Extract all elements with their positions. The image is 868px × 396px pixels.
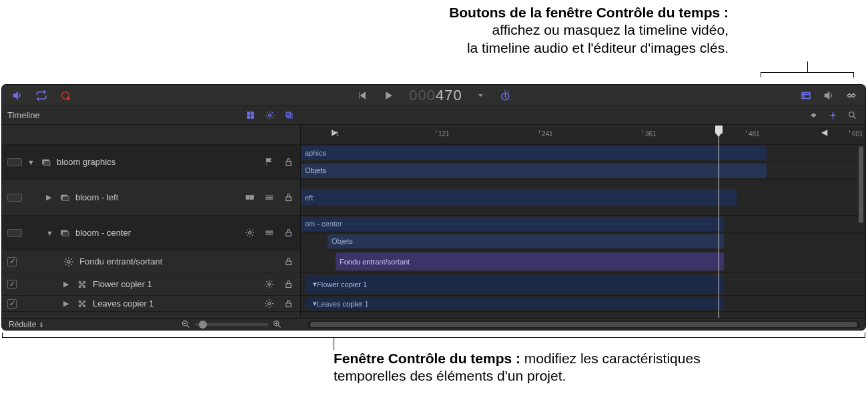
zoom-slider-track[interactable] [195, 323, 268, 326]
behaviors-icon[interactable] [265, 110, 275, 120]
playhead-handle[interactable] [715, 126, 723, 134]
go-to-start-icon[interactable] [356, 89, 368, 102]
gear-icon[interactable] [264, 299, 274, 309]
clip[interactable]: ▾ Leaves copier 1 [306, 298, 724, 309]
show-audio-timeline-icon[interactable] [823, 89, 835, 102]
layer-row-leaves-copier[interactable]: ✓ ▶ Leaves copier 1 [2, 296, 300, 312]
frame-counter[interactable]: 000470 [409, 87, 462, 104]
disclosure-triangle-closed[interactable]: ▶ [46, 193, 54, 202]
gear-icon[interactable] [245, 228, 255, 238]
layer-row-flower-copier[interactable]: ✓ ▶ Flower copier 1 [2, 273, 300, 296]
row-size-popup[interactable]: Réduite ▲▼ [9, 320, 43, 329]
disclosure-triangle-open[interactable]: ▼ [46, 229, 54, 237]
enable-checkbox[interactable]: ✓ [7, 257, 17, 266]
enable-toggle[interactable] [7, 194, 22, 202]
lock-icon[interactable] [284, 256, 294, 266]
clip[interactable]: om - center [301, 217, 724, 231]
loop-icon[interactable] [35, 89, 47, 102]
timeline-title: Timeline [7, 110, 40, 120]
zoom-in-icon[interactable] [272, 319, 282, 329]
enable-checkbox[interactable]: ✓ [7, 280, 17, 289]
track-lane[interactable]: ▾ Leaves copier 1 [301, 296, 865, 312]
track-lane[interactable]: om - center Objets [301, 216, 865, 250]
lock-icon[interactable] [284, 279, 294, 289]
stack-icon[interactable] [264, 192, 274, 202]
clip[interactable]: Objets [301, 164, 767, 178]
stepper-icon: ▲▼ [39, 321, 43, 328]
show-keyframe-editor-icon[interactable] [845, 89, 857, 102]
svg-point-37 [268, 303, 271, 305]
svg-point-11 [832, 114, 834, 116]
record-icon[interactable] [59, 89, 71, 102]
layers-panel-icon[interactable] [284, 110, 294, 120]
annotation-bottom-leader [334, 338, 334, 350]
gear-icon [63, 257, 74, 266]
time-ruler[interactable]: ▶ ◀ 1121241361481601 [301, 125, 865, 145]
svg-rect-4 [248, 112, 250, 115]
annotation-top: Boutons de la fenêtre Contrôle du temps … [128, 4, 729, 57]
clip[interactable]: aphics [301, 146, 767, 160]
clip-label: Objets [305, 166, 326, 174]
clip[interactable]: ▾ Flower copier 1 [306, 275, 724, 293]
svg-rect-17 [63, 196, 69, 201]
layer-row-bloom-graphics[interactable]: ▼ bloom graphics [2, 145, 300, 180]
stack-icon[interactable] [264, 228, 274, 238]
svg-point-8 [269, 114, 272, 117]
scrollbar-thumb[interactable] [859, 146, 863, 223]
counter-menu-icon[interactable] [477, 89, 485, 102]
group-icon [59, 228, 70, 238]
track-lane[interactable]: ▾ Flower copier 1 [301, 273, 865, 296]
layer-row-fade-in-out[interactable]: ✓ Fondu entrant/sortant [2, 250, 300, 273]
clip-label: Flower copier 1 [317, 280, 367, 288]
snapping-icon[interactable] [828, 110, 838, 120]
layer-row-bloom-left[interactable]: ▶ bloom - left [2, 180, 300, 216]
disclosure-triangle-closed[interactable]: ▶ [63, 299, 71, 308]
lock-icon[interactable] [284, 192, 294, 202]
stopwatch-icon[interactable] [500, 89, 512, 102]
enable-checkbox[interactable]: ✓ [7, 299, 17, 309]
zoom-fit-icon[interactable] [847, 110, 857, 120]
clip[interactable]: Fondu entrant/sortant [336, 252, 724, 270]
clip-label: Objets [332, 237, 353, 245]
clip-label: aphics [305, 149, 326, 157]
layer-row-bloom-center[interactable]: ▼ bloom - center [2, 216, 300, 250]
out-point-marker[interactable]: ◀ [821, 128, 827, 137]
enable-toggle[interactable] [7, 158, 22, 166]
play-icon[interactable] [382, 89, 394, 102]
scrollbar-thumb[interactable] [310, 322, 857, 327]
gear-icon[interactable] [264, 279, 274, 289]
filters-icon[interactable] [246, 110, 256, 120]
pass-through-icon[interactable] [245, 192, 255, 202]
horizontal-scrollbar[interactable] [308, 321, 860, 329]
lock-icon[interactable] [284, 299, 294, 309]
clip[interactable]: eft [301, 189, 737, 206]
timeline-header: Timeline [2, 106, 865, 125]
playhead[interactable] [719, 126, 719, 318]
disclosure-triangle-closed[interactable]: ▶ [63, 280, 71, 288]
lock-icon[interactable] [284, 157, 294, 167]
layer-label: Fondu entrant/sortant [79, 256, 162, 266]
keyframe-nav-icon[interactable] [809, 110, 819, 120]
layer-label: bloom graphics [57, 157, 115, 167]
mute-icon[interactable] [11, 89, 23, 102]
replicator-icon [77, 299, 87, 309]
disclosure-triangle-open[interactable]: ▼ [27, 158, 35, 166]
enable-toggle[interactable] [7, 229, 22, 237]
clip-label: eft [305, 194, 313, 202]
svg-rect-15 [286, 162, 292, 166]
zoom-slider[interactable] [181, 319, 282, 329]
clip[interactable]: Objets [328, 234, 724, 249]
timeline-tracks[interactable]: ▶ ◀ 1121241361481601 aphics Objets eft o… [301, 125, 865, 318]
svg-point-23 [249, 232, 252, 234]
flag-icon[interactable] [264, 157, 274, 167]
track-lane[interactable]: aphics Objets [301, 145, 865, 180]
zoom-slider-thumb[interactable] [199, 321, 207, 329]
svg-rect-38 [286, 303, 292, 307]
track-lane[interactable]: Fondu entrant/sortant [301, 250, 865, 273]
vertical-scrollbar[interactable] [858, 146, 864, 315]
lock-icon[interactable] [284, 228, 294, 238]
show-video-timeline-icon[interactable] [800, 89, 812, 102]
svg-rect-7 [251, 116, 254, 118]
track-lane[interactable]: eft [301, 180, 865, 216]
zoom-out-icon[interactable] [181, 319, 191, 329]
